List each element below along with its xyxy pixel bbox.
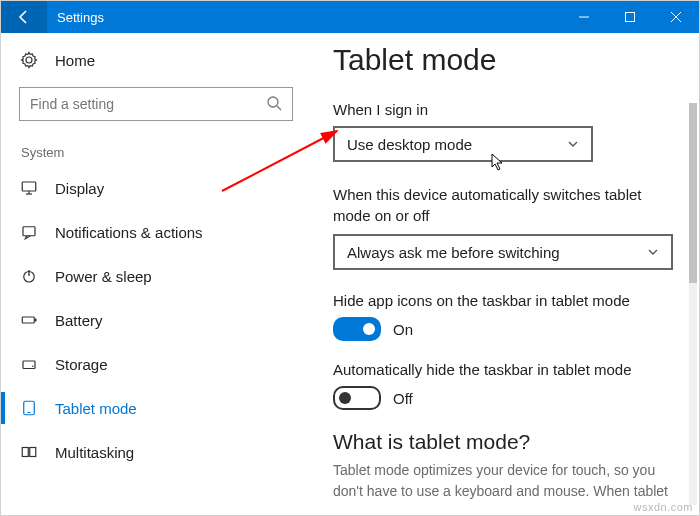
notifications-icon (19, 223, 39, 241)
switch-label: When this device automatically switches … (333, 184, 671, 226)
signin-label: When I sign in (333, 101, 671, 118)
svg-rect-1 (626, 13, 635, 22)
sidebar-item-label: Storage (55, 356, 108, 373)
close-icon (670, 11, 682, 23)
hide-icons-state: On (393, 321, 413, 338)
chevron-down-icon (647, 244, 659, 261)
auto-hide-state: Off (393, 390, 413, 407)
home-label: Home (55, 52, 95, 69)
battery-icon (19, 311, 39, 329)
svg-rect-10 (22, 317, 34, 323)
svg-rect-4 (22, 182, 36, 191)
svg-rect-7 (23, 227, 35, 236)
svg-rect-16 (22, 448, 28, 457)
sidebar-item-storage[interactable]: Storage (1, 342, 293, 386)
auto-hide-label: Automatically hide the taskbar in tablet… (333, 361, 671, 378)
sidebar-item-label: Battery (55, 312, 103, 329)
minimize-button[interactable] (561, 1, 607, 33)
hide-icons-toggle[interactable] (333, 317, 381, 341)
switch-dropdown[interactable]: Always ask me before switching (333, 234, 673, 270)
sidebar-item-label: Power & sleep (55, 268, 152, 285)
switch-dropdown-value: Always ask me before switching (347, 244, 560, 261)
svg-point-2 (268, 97, 278, 107)
signin-dropdown[interactable]: Use desktop mode (333, 126, 593, 162)
close-button[interactable] (653, 1, 699, 33)
display-icon (19, 179, 39, 197)
gear-icon (19, 51, 39, 69)
tablet-icon (19, 399, 39, 417)
svg-rect-17 (30, 448, 36, 457)
auto-hide-toggle[interactable] (333, 386, 381, 410)
svg-point-13 (32, 366, 34, 368)
arrow-left-icon (16, 9, 32, 25)
hide-icons-label: Hide app icons on the taskbar in tablet … (333, 292, 671, 309)
sidebar-item-notifications[interactable]: Notifications & actions (1, 210, 293, 254)
chevron-down-icon (567, 136, 579, 153)
sidebar-item-tablet-mode[interactable]: Tablet mode (1, 386, 293, 430)
storage-icon (19, 355, 39, 373)
scrollbar-thumb[interactable] (689, 103, 697, 283)
sidebar-item-display[interactable]: Display (1, 166, 293, 210)
watermark: wsxdn.com (633, 501, 693, 513)
sidebar-item-label: Display (55, 180, 104, 197)
sidebar-item-multitasking[interactable]: Multitasking (1, 430, 293, 474)
home-nav[interactable]: Home (19, 51, 293, 69)
what-body: Tablet mode optimizes your device for to… (333, 460, 671, 502)
sidebar-item-battery[interactable]: Battery (1, 298, 293, 342)
search-icon (266, 95, 282, 114)
svg-line-3 (277, 106, 281, 110)
search-placeholder: Find a setting (30, 96, 114, 112)
sidebar-item-label: Notifications & actions (55, 224, 203, 241)
sidebar-item-power[interactable]: Power & sleep (1, 254, 293, 298)
category-label: System (19, 145, 293, 160)
window-title: Settings (47, 10, 104, 25)
page-title: Tablet mode (333, 43, 671, 77)
maximize-icon (624, 11, 636, 23)
minimize-icon (578, 11, 590, 23)
search-input[interactable]: Find a setting (19, 87, 293, 121)
power-icon (19, 267, 39, 285)
sidebar-item-label: Multitasking (55, 444, 134, 461)
signin-dropdown-value: Use desktop mode (347, 136, 472, 153)
multitasking-icon (19, 443, 39, 461)
maximize-button[interactable] (607, 1, 653, 33)
svg-rect-11 (35, 319, 37, 322)
sidebar-item-label: Tablet mode (55, 400, 137, 417)
what-title: What is tablet mode? (333, 430, 671, 454)
svg-rect-12 (23, 361, 35, 369)
back-button[interactable] (1, 1, 47, 33)
